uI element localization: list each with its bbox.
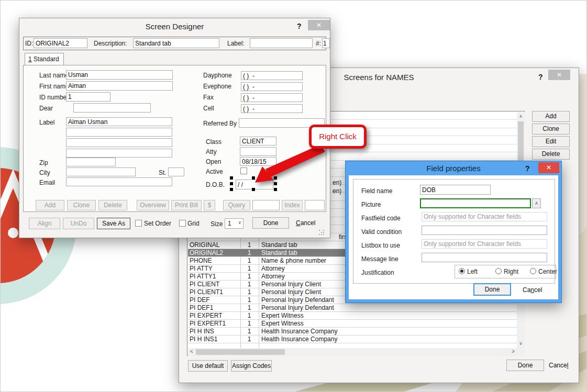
open-input[interactable] bbox=[240, 157, 276, 166]
tab-standard[interactable]: 1 Standard bbox=[25, 53, 64, 65]
justify-right-label: Right bbox=[504, 268, 518, 275]
active-checkbox[interactable] bbox=[240, 167, 247, 174]
label-input-4[interactable] bbox=[66, 149, 172, 158]
selection-handle[interactable] bbox=[230, 182, 233, 185]
justification-label: Justification bbox=[361, 269, 394, 276]
class-input[interactable] bbox=[240, 137, 276, 145]
selection-handle[interactable] bbox=[274, 182, 277, 185]
first-name-input[interactable] bbox=[66, 81, 173, 91]
listbox-to-use-input[interactable] bbox=[422, 239, 547, 249]
last-name-label: Last name bbox=[39, 72, 69, 79]
edit-button[interactable]: Edit bbox=[532, 136, 570, 147]
dayphone-input[interactable] bbox=[241, 71, 303, 80]
save-as-button[interactable]: Save As bbox=[97, 218, 130, 229]
label-input-1[interactable] bbox=[66, 117, 172, 126]
print-bill-button[interactable]: Print Bill bbox=[171, 200, 202, 210]
clone-button[interactable]: Clone bbox=[532, 124, 570, 135]
query-input[interactable] bbox=[252, 200, 280, 210]
field-properties-dialog: Field properties ? ✕ Field name Picture … bbox=[345, 161, 562, 303]
horizontal-scrollbar[interactable]: < > bbox=[188, 348, 517, 356]
state-input[interactable] bbox=[168, 167, 184, 176]
cancel-button[interactable]: Cancel bbox=[523, 286, 542, 294]
last-name-input[interactable] bbox=[66, 70, 173, 80]
fastfield-code-input[interactable] bbox=[422, 212, 547, 221]
selection-handle[interactable] bbox=[230, 176, 233, 180]
close-icon[interactable]: ✕ bbox=[308, 20, 330, 30]
grid-checkbox[interactable] bbox=[179, 220, 186, 227]
class-label: Class bbox=[206, 138, 221, 145]
query-button[interactable]: Query bbox=[223, 200, 250, 210]
dear-input[interactable] bbox=[73, 103, 151, 113]
scroll-up-icon[interactable]: ∧ bbox=[517, 112, 525, 120]
assign-codes-button[interactable]: Assign Codes bbox=[231, 360, 272, 372]
scroll-left-icon[interactable]: < bbox=[188, 348, 195, 356]
selection-handle[interactable] bbox=[274, 176, 277, 180]
cancel-button[interactable]: Cancel bbox=[549, 362, 568, 369]
valid-condition-input[interactable] bbox=[422, 226, 547, 235]
list-item[interactable]: PI H INS11Health Insurance Company bbox=[188, 335, 517, 343]
help-icon[interactable]: ? bbox=[538, 73, 543, 81]
done-button[interactable]: Done bbox=[506, 360, 544, 371]
done-button[interactable]: Done bbox=[474, 284, 511, 295]
row-fragment: en) bbox=[333, 179, 341, 186]
dollar-button[interactable]: $ bbox=[204, 200, 215, 210]
fax-input[interactable] bbox=[241, 93, 303, 102]
message-line-input[interactable] bbox=[422, 253, 547, 262]
add-button[interactable]: Add bbox=[532, 111, 570, 122]
list-item[interactable]: PI DEF11Personal Injury Defendant bbox=[188, 304, 517, 312]
undo-button[interactable]: UnDo bbox=[63, 218, 94, 229]
scroll-right-icon[interactable]: > bbox=[510, 348, 517, 356]
referred-by-label: Referred By bbox=[203, 120, 237, 127]
label-input[interactable] bbox=[250, 38, 313, 48]
help-icon[interactable]: ? bbox=[525, 164, 530, 173]
use-default-button[interactable]: Use default bbox=[188, 360, 228, 372]
scroll-down-icon[interactable]: ∨ bbox=[517, 339, 525, 348]
help-icon[interactable]: ? bbox=[297, 22, 302, 30]
field-name-input[interactable] bbox=[420, 185, 491, 195]
dialog-body: Field name Picture ∧ Fastfield code Vali… bbox=[349, 175, 558, 299]
cell-input[interactable] bbox=[241, 104, 303, 113]
list-item[interactable]: PI EXPERT11Expert Witness bbox=[188, 320, 517, 328]
add-button[interactable]: Add bbox=[36, 200, 64, 210]
selection-handle[interactable] bbox=[230, 188, 233, 191]
delete-button[interactable]: Delete bbox=[98, 200, 127, 210]
id-number-input[interactable] bbox=[66, 92, 110, 102]
overview-button[interactable]: Overview bbox=[137, 200, 169, 210]
align-button[interactable]: Align bbox=[29, 218, 60, 229]
email-input[interactable] bbox=[66, 177, 172, 186]
index-button[interactable]: Index bbox=[282, 200, 303, 210]
label-input-2[interactable] bbox=[66, 128, 172, 137]
list-item[interactable]: PI EXPERT1Expert Witness bbox=[188, 312, 517, 320]
description-input[interactable] bbox=[133, 38, 219, 48]
clone-button[interactable]: Clone bbox=[67, 200, 96, 210]
scrollbar-thumb[interactable] bbox=[196, 349, 285, 355]
id-input[interactable] bbox=[34, 38, 87, 48]
selection-handle[interactable] bbox=[252, 188, 255, 191]
justify-center-radio[interactable] bbox=[530, 268, 536, 274]
justify-right-radio[interactable] bbox=[495, 268, 502, 274]
size-dropdown[interactable]: 1 ∨ bbox=[225, 218, 243, 229]
resize-grip[interactable] bbox=[319, 230, 320, 231]
dayphone-label: Dayphone bbox=[203, 72, 232, 79]
evephone-input[interactable] bbox=[241, 82, 303, 91]
selection-handle[interactable] bbox=[274, 188, 277, 191]
delete-button[interactable]: Delete bbox=[532, 149, 570, 160]
atty-input[interactable] bbox=[240, 147, 276, 156]
list-item[interactable]: PI H INS1Health Insurance Company bbox=[188, 328, 517, 335]
zip-input[interactable] bbox=[66, 158, 116, 166]
cancel-button[interactable]: Cancel bbox=[296, 219, 315, 227]
index-input[interactable] bbox=[305, 200, 325, 210]
city-input[interactable] bbox=[66, 167, 136, 176]
active-label: Active bbox=[206, 168, 223, 175]
number-input[interactable] bbox=[322, 38, 330, 48]
tab-panel: Last name First name ID number Dear Dayp… bbox=[23, 65, 326, 212]
chevron-up-icon[interactable]: ∧ bbox=[532, 198, 541, 208]
done-button[interactable]: Done bbox=[252, 217, 289, 229]
close-icon[interactable]: ✕ bbox=[538, 162, 559, 173]
close-icon[interactable]: ✕ bbox=[548, 70, 570, 80]
picture-input[interactable] bbox=[420, 198, 531, 208]
label-input-3[interactable] bbox=[66, 138, 172, 147]
justify-left-radio[interactable] bbox=[459, 268, 465, 274]
set-order-checkbox[interactable] bbox=[135, 220, 142, 227]
selection-handle[interactable] bbox=[252, 176, 255, 180]
